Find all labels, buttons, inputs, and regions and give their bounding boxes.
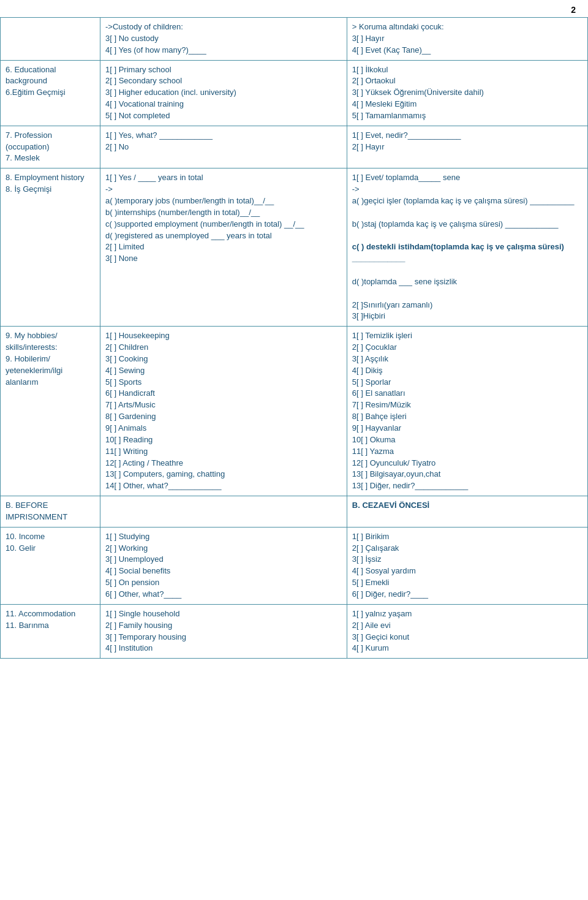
- col-mid-profession: 1[ ] Yes, what? ____________ 2[ ] No: [100, 126, 347, 168]
- col-mid-educational: 1[ ] Primary school 2[ ] Secondary schoo…: [100, 60, 347, 126]
- table-row: ->Custody of children: 3[ ] No custody 4…: [1, 18, 588, 61]
- col-label-profession: 7. Profession (occupation) 7. Meslek: [1, 126, 100, 168]
- col-right-accommodation: 1[ ] yalnız yaşam 2[ ] Aile evi 3[ ] Geç…: [347, 604, 587, 658]
- label-hobbies-en: 9. My hobbies/ skills/interests:: [6, 331, 58, 352]
- col-mid-employment: 1[ ] Yes / ____ years in total -> a( )te…: [100, 168, 347, 327]
- employment-tr-a: a( )geçici işler (toplamda kaç iş ve çal…: [352, 196, 575, 205]
- employment-tr-2: 2[ ]Sınırlı(yarı zamanlı): [352, 300, 432, 309]
- col-right-custody: > Koruma altındaki çocuk: 3[ ] Hayır 4[ …: [347, 18, 587, 61]
- employment-tr-d: d( )toplamda ___ sene işsizlik: [352, 277, 457, 286]
- label-profession-en: 7. Profession (occupation): [6, 130, 52, 151]
- page-number: 2: [0, 0, 588, 17]
- table-row-educational: 6. Educational background 6.Eğitim Geçmi…: [1, 60, 588, 126]
- before-header-en: B. BEFORE IMPRISONMENT: [6, 501, 67, 521]
- table-row-employment: 8. Employment history 8. İş Geçmişi 1[ ]…: [1, 168, 588, 327]
- label-educational-en: 6. Educational background: [6, 65, 56, 86]
- main-table: ->Custody of children: 3[ ] No custody 4…: [0, 17, 588, 659]
- label-accommodation-tr: 11. Barınma: [6, 621, 49, 630]
- employment-tr-3: 3[ ]Hiçbiri: [352, 311, 385, 320]
- employment-tr-arrow: ->: [352, 184, 360, 194]
- label-income-en: 10. Income: [6, 532, 45, 541]
- col-mid-before-header: [100, 496, 347, 528]
- employment-tr-b: b( )staj (toplamda kaç iş ve çalışma sür…: [352, 219, 559, 229]
- col-right-before-header: B. CEZAEVİ ÖNCESİ: [347, 496, 587, 528]
- table-row-hobbies: 9. My hobbies/ skills/interests: 9. Hobi…: [1, 327, 588, 496]
- before-header-tr: B. CEZAEVİ ÖNCESİ: [352, 501, 429, 510]
- label-educational-tr: 6.Eğitim Geçmişi: [6, 88, 66, 97]
- table-row-before-header: B. BEFORE IMPRISONMENT B. CEZAEVİ ÖNCESİ: [1, 496, 588, 528]
- label-income-tr: 10. Gelir: [6, 543, 36, 553]
- col-right-hobbies: 1[ ] Temizlik işleri 2[ ] Çocuklar 3[ ] …: [347, 327, 587, 496]
- col-mid-hobbies: 1[ ] Housekeeping 2[ ] Children 3[ ] Coo…: [100, 327, 347, 496]
- col-mid-accommodation: 1[ ] Single household 2[ ] Family housin…: [100, 604, 347, 658]
- col-right-educational: 1[ ] İlkokul 2[ ] Ortaokul 3[ ] Yüksek Ö…: [347, 60, 587, 126]
- col-right-profession: 1[ ] Evet, nedir?____________ 2[ ] Hayır: [347, 126, 587, 168]
- col-label-educational: 6. Educational background 6.Eğitim Geçmi…: [1, 60, 100, 126]
- label-profession-tr: 7. Meslek: [6, 153, 40, 162]
- table-row-profession: 7. Profession (occupation) 7. Meslek 1[ …: [1, 126, 588, 168]
- table-row-accommodation: 11. Accommodation 11. Barınma 1[ ] Singl…: [1, 604, 588, 658]
- label-employment-tr: 8. İş Geçmişi: [6, 184, 51, 194]
- col-label-before-header: B. BEFORE IMPRISONMENT: [1, 496, 100, 528]
- col-label-custody: [1, 18, 100, 61]
- label-accommodation-en: 11. Accommodation: [6, 609, 75, 618]
- col-right-employment: 1[ ] Evet/ toplamda_____ sene -> a( )geç…: [347, 168, 587, 327]
- employment-tr-1: 1[ ] Evet/ toplamda_____ sene: [352, 173, 460, 182]
- employment-tr-c: c( ) destekli istihdam(toplamda kaç iş v…: [352, 242, 564, 263]
- col-label-hobbies: 9. My hobbies/ skills/interests: 9. Hobi…: [1, 327, 100, 496]
- label-employment-en: 8. Employment history: [6, 173, 85, 182]
- col-mid-income: 1[ ] Studying 2[ ] Working 3[ ] Unemploy…: [100, 527, 347, 604]
- col-label-accommodation: 11. Accommodation 11. Barınma: [1, 604, 100, 658]
- label-hobbies-tr: 9. Hobilerim/ yeteneklerim/ilgi alanları…: [6, 354, 62, 387]
- col-label-income: 10. Income 10. Gelir: [1, 527, 100, 604]
- table-row-income: 10. Income 10. Gelir 1[ ] Studying 2[ ] …: [1, 527, 588, 604]
- col-right-income: 1[ ] Birikim 2[ ] Çalışarak 3[ ] İşsiz 4…: [347, 527, 587, 604]
- col-mid-custody: ->Custody of children: 3[ ] No custody 4…: [100, 18, 347, 61]
- col-label-employment: 8. Employment history 8. İş Geçmişi: [1, 168, 100, 327]
